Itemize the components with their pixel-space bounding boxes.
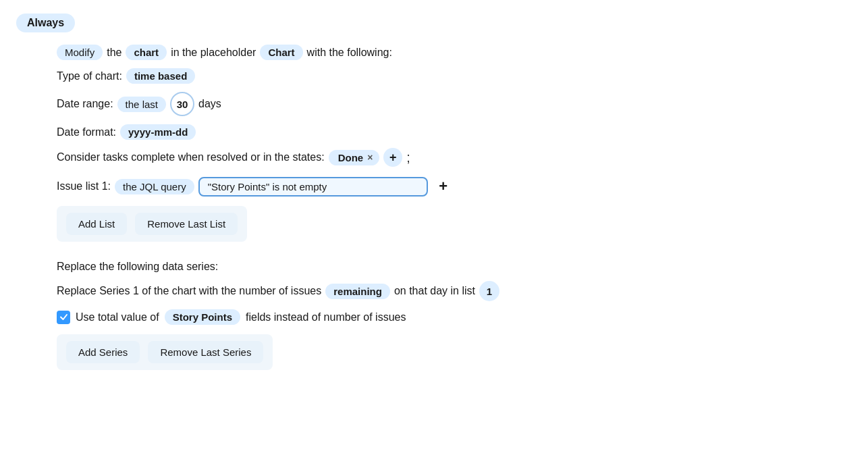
on-that-day-label: on that day in list — [394, 285, 475, 297]
header-row: Modify the chart in the placeholder Char… — [57, 45, 852, 60]
done-close-icon[interactable]: × — [367, 152, 373, 163]
always-badge: Always — [16, 14, 75, 32]
add-list-button[interactable]: Add List — [66, 213, 127, 235]
chart-chip[interactable]: chart — [126, 45, 167, 60]
header-in-placeholder: in the placeholder — [171, 47, 256, 59]
semicolon: ; — [406, 150, 410, 165]
use-total-label-pre: Use total value of — [76, 311, 159, 323]
the-last-chip[interactable]: the last — [117, 97, 166, 112]
modify-chip[interactable]: Modify — [57, 45, 103, 60]
remove-last-list-button[interactable]: Remove Last List — [135, 213, 238, 235]
remaining-chip[interactable]: remaining — [325, 284, 390, 299]
add-jql-button[interactable]: + — [432, 175, 455, 198]
date-format-chip[interactable]: yyyy-mm-dd — [120, 124, 196, 140]
use-total-value-checkbox[interactable] — [57, 311, 70, 324]
add-series-button[interactable]: Add Series — [66, 341, 140, 363]
done-state-chip[interactable]: Done × — [329, 150, 380, 165]
date-range-label: Date range: — [57, 98, 113, 110]
time-based-chip[interactable]: time based — [126, 68, 195, 84]
story-points-chip[interactable]: Story Points — [165, 309, 240, 325]
remove-last-series-button[interactable]: Remove Last Series — [148, 341, 263, 363]
checkbox-row: Use total value of Story Points fields i… — [57, 309, 852, 325]
header-with-following: with the following: — [307, 47, 392, 59]
done-label: Done — [338, 152, 364, 163]
days-number-input[interactable]: 30 — [170, 92, 194, 116]
list-buttons-row: Add List Remove Last List — [57, 206, 247, 242]
issue-list-row: Issue list 1: the JQL query "Story Point… — [57, 175, 852, 198]
jql-query-chip[interactable]: the JQL query — [115, 179, 194, 194]
complete-tasks-label: Consider tasks complete when resolved or… — [57, 151, 325, 163]
date-format-row: Date format: yyyy-mm-dd — [57, 124, 852, 140]
jql-query-input[interactable]: "Story Points" is not empty — [198, 177, 428, 197]
replace-series-row: Replace Series 1 of the chart with the n… — [57, 281, 852, 301]
days-label: days — [198, 98, 221, 110]
date-format-label: Date format: — [57, 126, 116, 138]
use-total-label-post: fields instead of number of issues — [246, 311, 406, 323]
replace-series-label: Replace Series 1 of the chart with the n… — [57, 285, 321, 297]
header-the: the — [107, 47, 121, 59]
replace-series-header: Replace the following data series: — [57, 261, 852, 273]
type-of-chart-row: Type of chart: time based — [57, 68, 852, 84]
replace-following-label: Replace the following data series: — [57, 261, 218, 273]
type-of-chart-label: Type of chart: — [57, 70, 122, 82]
issue-list-label: Issue list 1: — [57, 180, 111, 192]
date-range-row: Date range: the last 30 days — [57, 92, 852, 116]
series-buttons-row: Add Series Remove Last Series — [57, 334, 273, 370]
complete-tasks-row: Consider tasks complete when resolved or… — [57, 148, 852, 167]
chart-name-chip[interactable]: Chart — [260, 45, 302, 60]
add-state-button[interactable]: + — [383, 148, 402, 167]
list-number-badge: 1 — [479, 281, 499, 301]
